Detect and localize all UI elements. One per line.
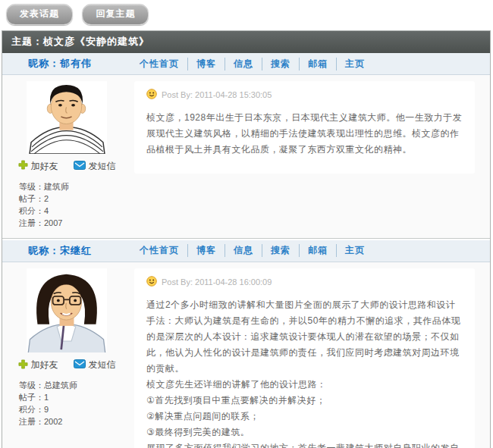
send-message-label: 发短信: [89, 359, 116, 371]
nav-link-info[interactable]: 信息: [225, 244, 262, 257]
thread-container: 主题：桢文彦《安静的建筑》 昵称：郁有伟 个性首页 博客 信息 搜索 邮箱 主页: [2, 30, 491, 448]
green-plus-icon: [18, 160, 28, 172]
add-friend-label: 加好友: [31, 160, 58, 173]
stat-points: 积分：4: [19, 205, 131, 217]
send-message-link[interactable]: 发短信: [74, 359, 116, 371]
nav-link-personal-home[interactable]: 个性首页: [131, 58, 187, 70]
post-2-nickname: 昵称：宋继红: [2, 244, 131, 258]
add-friend-link[interactable]: 加好友: [18, 359, 58, 371]
nav-link-search[interactable]: 搜索: [262, 244, 299, 257]
nav-link-search[interactable]: 搜索: [262, 58, 299, 70]
nav-link-info[interactable]: 信息: [225, 58, 262, 70]
post-1-actions: 加好友 发短信: [2, 160, 131, 173]
green-plus-icon: [18, 359, 28, 371]
stat-registered: 注册：2007: [19, 217, 131, 229]
nav-link-homepage[interactable]: 主页: [336, 244, 373, 257]
nav-link-personal-home[interactable]: 个性首页: [131, 244, 187, 257]
post-2-actions: 加好友 发短信: [2, 359, 131, 371]
post-2-paragraph: ①首先找到项目中重点要解决的并解决好；: [146, 393, 463, 409]
post-1-user-stats: 等级：建筑师 帖子：2 积分：4 注册：2007: [19, 180, 131, 229]
post-2-user-stats: 等级：总建筑师 帖子：1 积分：9 注册：2002: [19, 379, 131, 428]
send-message-link[interactable]: 发短信: [74, 160, 116, 173]
avatar-male-user[interactable]: [27, 81, 107, 154]
send-message-label: 发短信: [89, 160, 116, 173]
toolbar: 发表话题 回复主题: [0, 0, 493, 30]
post-2-paragraph: 通过2个多小时细致的讲解和大量图片全面的展示了大师的设计思路和设计手法：大师认为…: [146, 297, 463, 377]
post-1-nav-links: 个性首页 博客 信息 搜索 邮箱 主页: [131, 58, 373, 70]
post-2-paragraph: ③最终得到完美的建筑。: [146, 425, 463, 440]
post-2-paragraph: ②解决重点问题间的联系；: [146, 409, 463, 425]
avatar-female-user[interactable]: [27, 268, 107, 353]
stat-registered: 注册：2002: [19, 415, 131, 428]
post-1-timestamp: Post By: 2011-04-28 15:30:05: [162, 90, 272, 99]
post-2-paragraph: 桢文彦先生还详细的讲解了他的设计思路：: [146, 377, 463, 393]
reply-topic-button[interactable]: 回复主题: [82, 4, 149, 25]
post-1-paragraph: 桢文彦，1928年出生于日本东京，日本现代主义建筑大师。他一生致力于发展现代主义…: [146, 110, 463, 158]
nav-link-mailbox[interactable]: 邮箱: [299, 244, 336, 257]
post-2-paragraph: 展现了多方面值得我们学习的地方：首先老一辈建筑大师对自身职业的发自内心的责任感，…: [146, 440, 463, 448]
post-2-nav-links: 个性首页 博客 信息 搜索 邮箱 主页: [131, 244, 373, 257]
nav-link-blog[interactable]: 博客: [187, 58, 225, 70]
thread-title-bar: 主题：桢文彦《安静的建筑》: [2, 31, 490, 53]
stat-level: 等级：建筑师: [19, 180, 131, 193]
post-2-timestamp: Post By: 2011-04-28 16:00:09: [162, 277, 272, 287]
nav-link-blog[interactable]: 博客: [187, 244, 225, 257]
nav-link-mailbox[interactable]: 邮箱: [299, 58, 336, 70]
stat-level: 等级：总建筑师: [19, 379, 131, 391]
nav-link-homepage[interactable]: 主页: [336, 58, 373, 70]
post-1-user-panel: 加好友 发短信 等级：建筑师 帖子：2 积分：4 注册：2007: [2, 81, 131, 238]
post-2-meta: Post By: 2011-04-28 16:00:09: [146, 276, 463, 288]
stat-posts: 帖子：1: [19, 391, 131, 403]
post-1-nickname: 昵称：郁有伟: [2, 57, 131, 70]
post-1-content-box: Post By: 2011-04-28 15:30:05 桢文彦，1928年出生…: [134, 81, 475, 174]
post-1-header: 昵称：郁有伟 个性首页 博客 信息 搜索 邮箱 主页: [2, 53, 490, 75]
stat-points: 积分：9: [19, 403, 131, 415]
smiley-face-icon: [146, 89, 157, 101]
post-2-user-panel: 加好友 发短信 等级：总建筑师 帖子：1 积分：9 注册：2002: [2, 268, 131, 437]
post-1-body: 加好友 发短信 等级：建筑师 帖子：2 积分：4 注册：2007: [2, 75, 490, 238]
add-friend-label: 加好友: [31, 359, 58, 371]
post-1-meta: Post By: 2011-04-28 15:30:05: [146, 89, 463, 101]
post-2: 昵称：宋继红 个性首页 博客 信息 搜索 邮箱 主页: [2, 240, 490, 448]
post-topic-button[interactable]: 发表话题: [6, 4, 73, 25]
blue-envelope-icon: [74, 359, 86, 371]
add-friend-link[interactable]: 加好友: [18, 160, 58, 173]
smiley-face-icon: [146, 276, 157, 288]
post-1: 昵称：郁有伟 个性首页 博客 信息 搜索 邮箱 主页: [2, 53, 490, 238]
blue-envelope-icon: [74, 161, 86, 172]
stat-posts: 帖子：2: [19, 193, 131, 205]
post-2-content-box: Post By: 2011-04-28 16:00:09 通过2个多小时细致的讲…: [134, 268, 475, 448]
post-2-body: 加好友 发短信 等级：总建筑师 帖子：1 积分：9 注册：2002: [2, 262, 490, 448]
post-2-header: 昵称：宋继红 个性首页 博客 信息 搜索 邮箱 主页: [2, 240, 490, 262]
